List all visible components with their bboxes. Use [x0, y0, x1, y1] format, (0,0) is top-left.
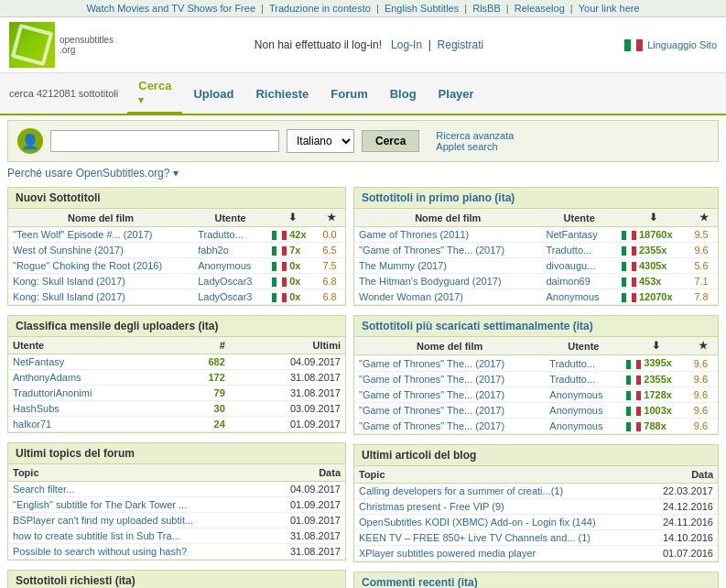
table-row: Search filter... 04.09.2017: [8, 482, 345, 497]
sc-rating: 9.6: [689, 355, 718, 371]
nav-cerca[interactable]: Cerca▾: [127, 73, 182, 114]
login-link[interactable]: Log-In: [391, 38, 422, 51]
top-banner: Watch Movies and TV Shows for Free | Tra…: [0, 0, 726, 17]
table-row: "Game of Thrones" The... (2017) Tradutto…: [354, 371, 718, 387]
pp-user: NetFantasy: [541, 227, 616, 243]
primo-piano-header: Sottotitoli in primo piano (ita): [354, 188, 718, 209]
banner-link-releaselog[interactable]: Releaselog: [515, 3, 565, 14]
language-label[interactable]: Linguaggio Sito: [647, 39, 717, 50]
blog-date: 24.11.2016: [649, 514, 718, 529]
table-row: KEEN TV – FREE 850+ Live TV Channels and…: [354, 529, 718, 545]
flag-icon: [272, 262, 287, 271]
flag-dl: 42x: [267, 227, 318, 243]
commenti-link[interactable]: Commenti recenti (ita): [362, 576, 478, 588]
topic-title: Search filter...: [8, 482, 276, 497]
film-name: "Rogue" Choking the Root (2016): [8, 258, 193, 274]
sc-flag-dl: 3395x: [622, 355, 689, 371]
table-row: BSPlayer can't find my uploaded subtit..…: [8, 513, 345, 528]
register-link[interactable]: Registrati: [438, 38, 484, 51]
sc-flag-dl: 788x: [622, 418, 689, 433]
table-row: "Game of Thrones" The... (2017) Anonymou…: [354, 387, 718, 402]
pp-flag-dl: 453x: [617, 274, 690, 289]
table-row: HashSubs 30 03.09.2017: [8, 401, 345, 417]
banner-link-traduzione[interactable]: Traduzione in contesto: [269, 3, 371, 14]
table-row: Possible to search without using hash? 3…: [8, 544, 345, 560]
table-row: how to create subtitle list in Sub Tra..…: [8, 528, 345, 544]
forum-header: Ultimi topics del forum: [8, 443, 345, 464]
advanced-search-link[interactable]: Ricerca avanzata: [436, 130, 514, 141]
primo-piano-section: Sottotitoli in primo piano (ita) Nome de…: [353, 187, 719, 306]
col-ultimi: Ultimi: [230, 337, 345, 354]
language-select[interactable]: Linguaggio Sito: [624, 39, 717, 51]
pp-flag-dl: 2355x: [617, 243, 690, 258]
flag-icon: [622, 231, 636, 240]
table-row: Kong: Skull Island (2017) LadyOscar3 0x …: [8, 289, 345, 305]
scaricati-table: Nome del film Utente ⬇ ★ "Game of Throne…: [354, 337, 718, 433]
table-row: TraduttoriAnonimi 79 31.08.2017: [8, 386, 345, 401]
flag-icon: [622, 262, 636, 271]
topic-date: 31.08.2017: [276, 544, 345, 560]
blog-date: 24.12.2016: [649, 498, 718, 514]
topic-title: "English" subtitle for The Dark Tower ..…: [8, 497, 276, 513]
commenti-section: Commenti recenti (ita) Nome del film Ute…: [353, 572, 719, 588]
nav-player[interactable]: Player: [428, 82, 485, 106]
banner-link-movies[interactable]: Watch Movies and TV Shows for Free: [86, 3, 255, 14]
banner-link-yourlink[interactable]: Your link here: [579, 3, 640, 14]
search-input[interactable]: [50, 130, 279, 152]
last-date: 01.09.2017: [230, 417, 345, 432]
sc-film: "Game of Thrones" The... (2017): [354, 387, 545, 402]
flag-dl: 7x: [267, 243, 318, 258]
primo-piano-link[interactable]: Sottotitoli in primo piano (ita): [362, 191, 515, 204]
col-film-sc: Nome del film: [354, 337, 545, 355]
suggest-bar: Perché usare OpenSubtitles.org? ▾: [7, 167, 719, 180]
user-name: fabh2o: [193, 243, 267, 258]
main-content: Nuovi Sottotitoli Nome del film Utente ⬇…: [0, 187, 726, 588]
flag-icon: [626, 422, 641, 431]
rating: 6.8: [318, 289, 345, 305]
language-dropdown[interactable]: Italiano English All: [287, 129, 354, 153]
applet-search-link[interactable]: Applet search: [436, 141, 514, 152]
last-date: 04.09.2017: [230, 354, 345, 370]
sc-rating: 9.6: [689, 402, 718, 418]
topic-title: BSPlayer can't find my uploaded subtit..…: [8, 513, 276, 528]
banner-link-subtitles[interactable]: English Subtitles: [385, 3, 459, 14]
table-row: The Hitman's Bodyguard (2017) daimon69 4…: [354, 274, 718, 289]
sc-user: Anonymous: [545, 402, 622, 418]
banner-link-rlsbb[interactable]: RlsBB: [472, 3, 501, 14]
flag-icon: [622, 278, 636, 287]
left-column: Nuovi Sottotitoli Nome del film Utente ⬇…: [7, 187, 346, 588]
suggest-link[interactable]: Perché usare OpenSubtitles.org? ▾: [7, 167, 179, 180]
user-name: LadyOscar3: [193, 274, 267, 289]
classifica-header: Classifica mensile degli uploaders (ita): [8, 316, 345, 337]
forum-table: Topic Data Search filter... 04.09.2017 "…: [8, 464, 345, 560]
pp-rating: 9.5: [689, 227, 718, 243]
flag-icon: [626, 407, 641, 416]
flag-dl: 0x: [267, 258, 318, 274]
pp-film: "Game of Thrones" The... (2017): [354, 243, 541, 258]
topic-title: Possible to search without using hash?: [8, 544, 276, 560]
rating: 7.5: [318, 258, 345, 274]
rating: 6.8: [318, 274, 345, 289]
film-name: West of Sunshine (2017): [8, 243, 193, 258]
topic-title: how to create subtitle list in Sub Tra..…: [8, 528, 276, 544]
nav-blog[interactable]: Blog: [379, 82, 428, 106]
sc-film: "Game of Thrones" The... (2017): [354, 418, 545, 433]
uploader-name: TraduttoriAnonimi: [8, 386, 179, 401]
nav-upload[interactable]: Upload: [182, 82, 244, 106]
nav-richieste[interactable]: Richieste: [244, 82, 320, 106]
table-row: "Game of Thrones" The... (2017) Tradutto…: [354, 355, 718, 371]
search-button[interactable]: Cerca: [362, 130, 419, 152]
blog-topic: Calling developers for a summer of creat…: [354, 483, 649, 498]
col-data: Data: [276, 464, 345, 482]
pp-user: Tradutto...: [541, 243, 616, 258]
topic-date: 04.09.2017: [276, 482, 345, 497]
col-rating-sc: ★: [689, 337, 718, 355]
nav-forum[interactable]: Forum: [320, 82, 378, 106]
sottotitoli-richiesti-section: Sottotitoli richiesti (ita) Nome del fil…: [7, 570, 346, 588]
logo-area: opensubtitles.org: [9, 22, 114, 68]
scaricati-link[interactable]: Sottotitoli più scaricati settimanalment…: [362, 320, 593, 332]
col-rating-icon: ★: [318, 209, 345, 227]
col-dl-icon: ⬇: [267, 209, 318, 227]
col-utente: Utente: [193, 209, 267, 227]
last-date: 03.09.2017: [230, 401, 345, 417]
